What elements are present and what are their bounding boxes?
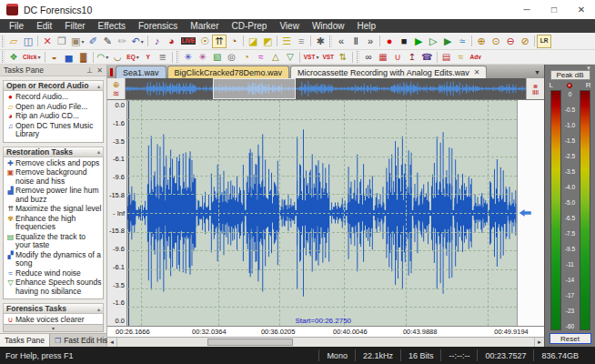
demuffle-icon[interactable]: ▤ — [439, 50, 454, 64]
section-header[interactable]: Open or Record Audio▴ — [3, 80, 104, 91]
collapse-icon[interactable]: ▴ — [97, 83, 100, 89]
section-header[interactable]: Restoration Tasks▴ — [3, 147, 104, 157]
dc-art-icon[interactable]: ❖ — [6, 50, 21, 64]
task-item[interactable]: ▤Equalize the track to your taste — [5, 233, 102, 251]
sync-icon[interactable]: ⇅ — [336, 50, 350, 64]
task-item[interactable]: ⇈Maximize the signal level — [5, 205, 102, 215]
tab-list-dropdown-icon[interactable]: ▼ — [534, 69, 540, 78]
spectral-tool-1-icon[interactable]: ✳ — [181, 50, 196, 64]
mute-pencil-icon[interactable]: ✏ — [115, 35, 129, 48]
zoom-in-icon[interactable]: ⊕ — [474, 35, 489, 48]
pane-bottom-icon[interactable]: ◪ — [246, 35, 260, 48]
spectrum-icon[interactable]: ▅ — [62, 50, 76, 64]
menu-effects[interactable]: Effects — [92, 19, 132, 33]
menu-file[interactable]: File — [3, 19, 30, 33]
task-item[interactable]: ▽Enhance Speech sounds having no sibilan… — [5, 278, 102, 297]
menu-filter[interactable]: Filter — [58, 19, 91, 33]
gear-icon[interactable]: ✱ — [313, 35, 328, 48]
speech-funnel-icon[interactable]: ▽ — [283, 50, 298, 64]
section-header[interactable]: Forensics Tasks▴ — [3, 303, 104, 314]
adv-icon[interactable]: Adv — [469, 50, 483, 64]
toolbar-grip[interactable] — [357, 51, 359, 63]
undo-icon[interactable]: ↶▾ — [129, 35, 145, 48]
overview-strip[interactable] — [126, 78, 526, 99]
toolbar-grip[interactable] — [2, 51, 5, 63]
menu-forensics[interactable]: Forensics — [132, 19, 184, 33]
toolbar-grip[interactable] — [176, 51, 179, 63]
maximize-button[interactable]: □ — [540, 0, 568, 19]
eq-filter-icon[interactable]: EQ▾ — [125, 50, 140, 64]
task-item[interactable]: ▣Remove background noise and hiss — [5, 168, 102, 187]
lips-icon[interactable]: ∪ — [390, 50, 405, 64]
collapse-icon[interactable]: ▴ — [97, 306, 100, 312]
pacman-filter-icon[interactable]: ◔ — [239, 50, 254, 64]
close-tab-icon[interactable]: ✕ — [474, 68, 480, 76]
open-file-icon[interactable]: ▱ — [6, 35, 21, 48]
paste-icon[interactable]: ▣▾ — [69, 35, 86, 48]
curve-filter-icon[interactable]: ◡ — [110, 50, 125, 64]
layers-icon[interactable]: ☰ — [279, 35, 294, 48]
zoom-vertical-icon[interactable]: ⊖ — [503, 35, 518, 48]
rewind-icon[interactable]: « — [334, 35, 348, 48]
task-item[interactable]: ∪Make voices clearer — [5, 316, 102, 324]
task-item[interactable]: ▟Remove power line hum and buzz — [5, 187, 102, 205]
tab-2[interactable]: BigClickCracked78Demo.wav — [167, 66, 290, 78]
tasks-pane-scroll-down[interactable]: ▾ — [3, 324, 104, 332]
menu-window[interactable]: Window — [306, 19, 351, 33]
overview-zoom-icon[interactable]: ⊕ — [113, 80, 120, 89]
fast-forward-icon[interactable]: » — [363, 35, 378, 48]
tab-3[interactable]: Microcassette Recording with Analog Edit… — [290, 66, 487, 78]
click-filter-icon[interactable]: Click▾ — [21, 50, 43, 64]
binoculars-icon[interactable]: ∞ — [361, 50, 376, 64]
menu-cdprep[interactable]: CD-Prep — [225, 19, 273, 33]
task-item[interactable]: ♫Open DC Tunes Music Library — [5, 122, 102, 140]
wave-magenta-icon[interactable]: ≈ — [254, 50, 268, 64]
phone-icon[interactable]: ☎ — [419, 50, 434, 64]
zoom-out-icon[interactable]: ⊘ — [518, 35, 532, 48]
clip-led-icon[interactable] — [567, 83, 572, 88]
menu-edit[interactable]: Edit — [30, 19, 58, 33]
menu-view[interactable]: View — [273, 19, 306, 33]
collapse-icon[interactable]: ▴ — [97, 148, 100, 155]
pin-icon[interactable]: ⊥ — [86, 66, 93, 75]
pane-tab-tasks-pane[interactable]: Tasks Pane — [0, 334, 50, 347]
close-pane-icon[interactable]: ✕ — [96, 66, 103, 75]
pane-top-icon[interactable]: ◩ — [260, 35, 275, 48]
task-item[interactable]: ✾Enhance the high frequencies — [5, 215, 102, 233]
waveform-plot[interactable]: Start=00:26.2750 — [127, 100, 544, 326]
menu-help[interactable]: Help — [350, 19, 382, 33]
donut-filter-icon[interactable]: ◎ — [225, 50, 239, 64]
wave-3d-icon[interactable]: ≈ — [455, 35, 469, 48]
pause-icon[interactable]: Ⅱ — [348, 35, 363, 48]
record-icon[interactable]: ● — [382, 35, 397, 48]
spectrogram-icon[interactable]: ▓ — [76, 50, 91, 64]
save-icon[interactable]: ◫ — [21, 35, 35, 48]
timer-icon[interactable]: ◔ — [227, 35, 241, 48]
reset-button[interactable]: Reset — [550, 333, 591, 344]
bezier-filter-icon[interactable]: ◠▾ — [96, 50, 111, 64]
overview-selection-window[interactable] — [213, 78, 296, 99]
cut-icon[interactable]: ✕ — [40, 35, 55, 48]
vst-icon[interactable]: VST▾ — [302, 50, 321, 64]
lr-channel-icon[interactable]: LR — [537, 35, 551, 48]
speech-filter-icon[interactable]: Y — [141, 50, 156, 64]
picture-icon[interactable]: ▧ — [210, 50, 225, 64]
play-range-icon[interactable]: ▷ — [426, 35, 440, 48]
overview-wave-icon[interactable]: ≋ — [113, 89, 120, 98]
hbeam-icon[interactable]: ≡ — [294, 35, 308, 48]
aedf-icon[interactable]: ▦ — [376, 50, 390, 64]
toolbar-grip[interactable] — [329, 35, 332, 47]
live-meter-icon[interactable]: LIVE — [179, 35, 197, 48]
globe-icon[interactable]: ☉ — [197, 35, 212, 48]
copy-icon[interactable]: ❐ — [55, 35, 69, 48]
graphic-eq-icon[interactable]: ≣ — [156, 50, 170, 64]
play-eh-icon[interactable]: ▶ — [440, 35, 455, 48]
zoom-selection-icon[interactable]: ⊙ — [489, 35, 503, 48]
balance-icon[interactable]: △ — [268, 50, 283, 64]
vu-meter-icon[interactable]: ◒ — [47, 50, 62, 64]
wave-yellow-icon[interactable]: ≈ — [454, 50, 469, 64]
note-jump-icon[interactable]: ♪ — [150, 35, 165, 48]
spectral-tool-2-icon[interactable]: ✳ — [196, 50, 210, 64]
pencil-icon[interactable]: ✎ — [100, 35, 115, 48]
scroll-right-icon[interactable]: ▸ — [534, 338, 544, 347]
